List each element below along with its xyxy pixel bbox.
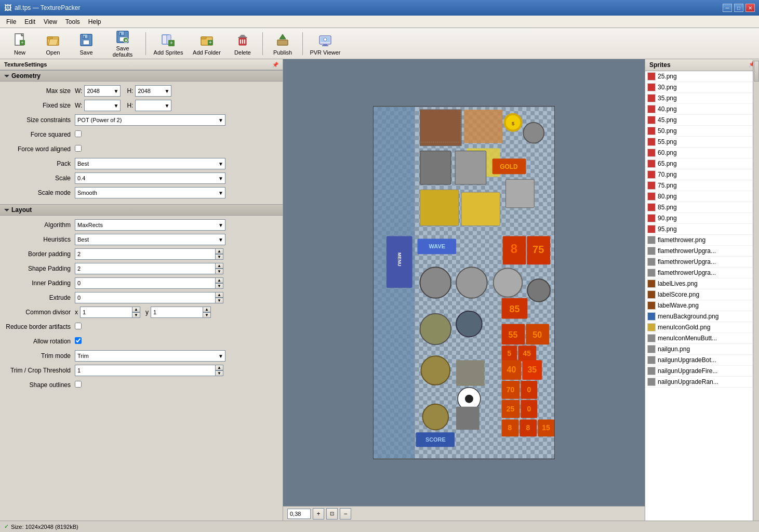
- menu-view[interactable]: View: [39, 17, 61, 26]
- trimthreshold-input[interactable]: [75, 365, 215, 376]
- shapeoutlines-checkbox[interactable]: [75, 381, 82, 388]
- menu-edit[interactable]: Edit: [20, 17, 39, 26]
- forcesquared-checkbox[interactable]: [75, 130, 82, 137]
- maxsize-h-select[interactable]: 204810245124096: [135, 85, 171, 97]
- innerpadding-up[interactable]: ▲: [215, 277, 223, 283]
- allowrotation-checkbox[interactable]: [75, 337, 82, 344]
- sprite-item[interactable]: 25.png: [645, 71, 759, 82]
- svg-text:GOLD: GOLD: [500, 163, 518, 170]
- reduceborder-checkbox[interactable]: [75, 323, 82, 329]
- sprite-item[interactable]: 85.png: [645, 202, 759, 213]
- pvrviewer-label: PVR Viewer: [310, 49, 340, 56]
- sprite-item[interactable]: 30.png: [645, 82, 759, 93]
- commondivisor-y-up[interactable]: ▲: [203, 307, 211, 312]
- commondivisor-x-input[interactable]: [80, 307, 132, 318]
- save-button[interactable]: Save: [71, 30, 102, 57]
- sprite-item[interactable]: nailgun.png: [645, 344, 759, 355]
- trimthreshold-down[interactable]: ▼: [215, 370, 223, 376]
- sprite-icon: [647, 181, 656, 190]
- sprite-item[interactable]: 50.png: [645, 126, 759, 137]
- sprite-item[interactable]: 60.png: [645, 148, 759, 158]
- pvr-viewer-button[interactable]: PVR Viewer: [307, 30, 343, 57]
- innerpadding-down[interactable]: ▼: [215, 283, 223, 289]
- menu-tools[interactable]: Tools: [61, 17, 84, 26]
- borderpadding-input[interactable]: [75, 248, 215, 260]
- trimmode-select[interactable]: TrimCropNone: [75, 350, 225, 362]
- menu-file[interactable]: File: [2, 17, 20, 26]
- sprite-item[interactable]: flamethrowerUpgra...: [645, 257, 759, 268]
- extrude-up[interactable]: ▲: [215, 292, 223, 298]
- add-folder-button[interactable]: + Add Folder: [189, 30, 225, 57]
- commondivisor-x-up[interactable]: ▲: [132, 307, 140, 312]
- sprite-item[interactable]: labelWave.png: [645, 300, 759, 311]
- sprite-item[interactable]: flamethrowerUpgra...: [645, 246, 759, 257]
- new-button[interactable]: + New: [4, 30, 35, 57]
- sprite-item[interactable]: 70.png: [645, 169, 759, 180]
- extrude-down[interactable]: ▼: [215, 298, 223, 303]
- layout-section-header[interactable]: Layout: [0, 204, 283, 216]
- pack-select[interactable]: BestHorizontalVertical: [75, 158, 225, 169]
- trimthreshold-up[interactable]: ▲: [215, 365, 223, 370]
- fixedsize-w-select[interactable]: [84, 100, 121, 111]
- sprite-icon: [647, 138, 656, 146]
- scale-select[interactable]: 0.41.00.52.0: [75, 172, 225, 184]
- forcewordaligned-checkbox[interactable]: [75, 145, 82, 152]
- shapepadding-down[interactable]: ▼: [215, 269, 223, 274]
- zoom-down-button[interactable]: −: [340, 508, 351, 520]
- extrude-input[interactable]: [75, 292, 215, 303]
- sprite-item[interactable]: 35.png: [645, 93, 759, 104]
- menu-help[interactable]: Help: [84, 17, 105, 26]
- panel-scroll[interactable]: Geometry Max size W: 204810245124096: [0, 70, 283, 521]
- geometry-section-header[interactable]: Geometry: [0, 70, 283, 82]
- borderpadding-up[interactable]: ▲: [215, 248, 223, 254]
- sprites-list[interactable]: 25.png30.png35.png40.png45.png50.png55.p…: [645, 71, 759, 521]
- panel-pin[interactable]: 📌: [272, 62, 278, 68]
- zoom-fit-button[interactable]: ⊡: [326, 508, 338, 520]
- sprite-item[interactable]: 95.png: [645, 224, 759, 235]
- svg-point-101: [422, 404, 448, 430]
- sprite-item[interactable]: nailgunUpgradeRan...: [645, 377, 759, 388]
- sprite-icon: [647, 280, 656, 288]
- sprite-item[interactable]: 40.png: [645, 104, 759, 115]
- save-defaults-button[interactable]: ★ Save defaults: [104, 30, 141, 57]
- fixedsize-h-select[interactable]: [135, 100, 171, 111]
- sprite-item[interactable]: 75.png: [645, 180, 759, 191]
- sprite-item[interactable]: nailgunUpgradeBot...: [645, 355, 759, 366]
- open-button[interactable]: Open: [37, 30, 69, 57]
- sprite-item[interactable]: 90.png: [645, 213, 759, 224]
- sprite-item[interactable]: labelScore.png: [645, 289, 759, 300]
- minimize-button[interactable]: ─: [723, 4, 732, 12]
- sprite-item[interactable]: 65.png: [645, 158, 759, 169]
- scalemode-select[interactable]: SmoothFastLinear: [75, 187, 225, 198]
- sprite-item[interactable]: 55.png: [645, 137, 759, 148]
- add-sprites-button[interactable]: + Add Sprites: [150, 30, 187, 57]
- maxsize-w-select[interactable]: 204810245124096: [84, 85, 121, 97]
- sprite-item[interactable]: labelLives.png: [645, 278, 759, 289]
- shapepadding-up[interactable]: ▲: [215, 263, 223, 269]
- commondivisor-x-down[interactable]: ▼: [132, 312, 140, 318]
- algorithm-select[interactable]: MaxRectsBasicPolygon: [75, 219, 225, 231]
- sprite-item[interactable]: 80.png: [645, 191, 759, 202]
- heuristics-select[interactable]: BestShortSideFitLongSideFit: [75, 234, 225, 245]
- sprite-name: flamethrower.png: [658, 236, 705, 244]
- close-button[interactable]: ✕: [745, 4, 755, 12]
- publish-button[interactable]: Publish: [267, 30, 298, 57]
- commondivisor-y-input[interactable]: [151, 307, 203, 318]
- shapepadding-input[interactable]: [75, 263, 215, 274]
- sprite-item[interactable]: menuIconMenuButt...: [645, 333, 759, 344]
- sprite-item[interactable]: menuIconGold.png: [645, 322, 759, 333]
- sprite-item[interactable]: 45.png: [645, 115, 759, 126]
- sprite-item[interactable]: nailgunUpgradeFire...: [645, 366, 759, 377]
- sprite-name: 90.png: [658, 215, 677, 222]
- commondivisor-y-down[interactable]: ▼: [203, 312, 211, 318]
- zoom-up-button[interactable]: +: [313, 508, 324, 520]
- sizeconstraints-select[interactable]: POT (Power of 2)AnySquare: [75, 114, 225, 126]
- sprite-item[interactable]: flamethrower.png: [645, 235, 759, 246]
- delete-button[interactable]: Delete: [227, 30, 258, 57]
- innerpadding-input[interactable]: [75, 277, 215, 289]
- zoom-input[interactable]: [287, 509, 311, 519]
- sprite-item[interactable]: menuBackground.png: [645, 311, 759, 322]
- maximize-button[interactable]: □: [734, 4, 743, 12]
- sprite-item[interactable]: flamethrowerUpgra...: [645, 268, 759, 278]
- borderpadding-down[interactable]: ▼: [215, 254, 223, 260]
